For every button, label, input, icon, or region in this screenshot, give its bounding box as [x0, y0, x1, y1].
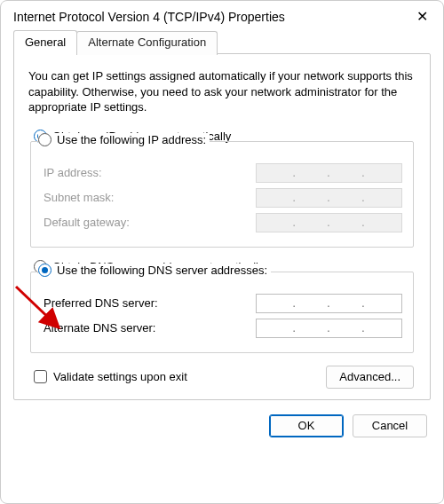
validate-checkbox[interactable]: Validate settings upon exit — [34, 370, 187, 383]
radio-ip-manual-label: Use the following IP address: — [57, 133, 206, 146]
radio-dns-manual[interactable]: Use the following DNS server addresses: — [38, 264, 271, 277]
default-gateway-label: Default gateway: — [44, 216, 130, 229]
preferred-dns-input[interactable]: ... — [256, 294, 402, 313]
subnet-mask-label: Subnet mask: — [44, 191, 115, 204]
cancel-button[interactable]: Cancel — [353, 414, 427, 437]
radio-ip-manual[interactable]: Use the following IP address: — [38, 133, 210, 146]
validate-label: Validate settings upon exit — [53, 370, 187, 383]
titlebar: Internet Protocol Version 4 (TCP/IPv4) P… — [1, 1, 443, 29]
ip-address-label: IP address: — [44, 166, 102, 179]
close-button[interactable]: ✕ — [413, 10, 431, 24]
ok-button[interactable]: OK — [269, 414, 344, 437]
intro-text: You can get IP settings assigned automat… — [28, 68, 416, 115]
window-title: Internet Protocol Version 4 (TCP/IPv4) P… — [13, 10, 285, 24]
alternate-dns-input[interactable]: ... — [256, 319, 402, 338]
group-ip-manual: Use the following IP address: IP address… — [30, 141, 414, 248]
tab-strip: General Alternate Configuration — [1, 29, 443, 53]
group-dns-manual: Use the following DNS server addresses: … — [30, 272, 414, 353]
subnet-mask-input[interactable]: ... — [256, 188, 402, 208]
checkbox-icon — [34, 370, 47, 383]
alternate-dns-label: Alternate DNS server: — [44, 321, 155, 335]
radio-icon — [38, 264, 52, 277]
radio-dns-manual-label: Use the following DNS server addresses: — [57, 264, 267, 277]
advanced-button[interactable]: Advanced... — [326, 366, 414, 389]
ip-address-input[interactable]: ... — [256, 163, 402, 183]
dialog-buttons: OK Cancel — [1, 409, 443, 450]
tab-panel-general: You can get IP settings assigned automat… — [13, 53, 431, 400]
default-gateway-input[interactable]: ... — [256, 213, 402, 232]
preferred-dns-label: Preferred DNS server: — [44, 296, 158, 310]
tab-alternate[interactable]: Alternate Configuration — [76, 31, 218, 55]
tab-general[interactable]: General — [13, 30, 77, 54]
radio-icon — [38, 133, 52, 146]
